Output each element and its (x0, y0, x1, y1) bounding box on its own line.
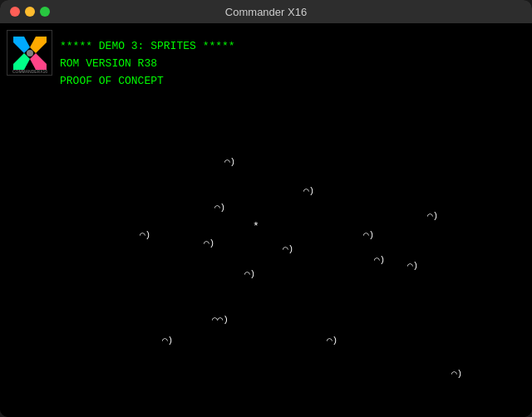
demo-text: ***** DEMO 3: SPRITES ***** ROM VERSION … (60, 38, 235, 90)
line-1: ***** DEMO 3: SPRITES ***** (60, 38, 235, 56)
svg-text:COMMANDERX16: COMMANDERX16 (12, 69, 47, 74)
logo: COMMANDERX16 (7, 30, 52, 76)
sprite-3: ⌒) (427, 210, 438, 221)
svg-point-6 (27, 50, 33, 56)
sprite-13: ⌒) (162, 335, 173, 346)
traffic-lights (10, 7, 50, 17)
sprite-11: ⌒) (244, 268, 255, 279)
sprite-2: ⌒) (303, 185, 314, 196)
maximize-button[interactable] (40, 7, 50, 17)
sprite-7: ⌒) (283, 243, 293, 254)
window-title: Commander X16 (225, 6, 307, 18)
sprite-9: ⌒) (374, 254, 385, 265)
sprite-8: ⌒) (363, 229, 374, 240)
sprite-10: ⌒) (407, 260, 418, 271)
sprite-12: ⌒⌒) (212, 314, 229, 325)
player-sprite: * (253, 220, 259, 233)
main-window: Commander X16 COMMANDERX16 (0, 0, 532, 417)
line-3: PROOF OF CONCEPT (60, 73, 235, 91)
sprite-4: ⌒) (214, 202, 225, 213)
title-bar: Commander X16 (0, 0, 532, 23)
close-button[interactable] (10, 7, 20, 17)
sprite-15: ⌒) (451, 368, 462, 379)
sprite-5: ⌒) (140, 229, 150, 240)
sprite-1: ⌒) (224, 156, 235, 167)
minimize-button[interactable] (25, 7, 35, 17)
sprite-6: ⌒) (204, 238, 214, 248)
content-area: COMMANDERX16 ***** DEMO 3: SPRITES *****… (0, 23, 532, 417)
sprite-14: ⌒) (327, 335, 337, 346)
line-2: ROM VERSION R38 (60, 56, 235, 73)
